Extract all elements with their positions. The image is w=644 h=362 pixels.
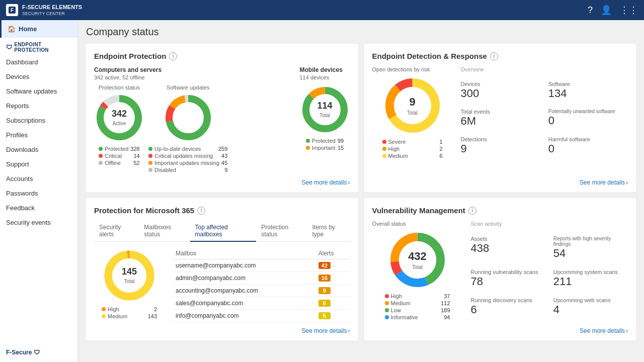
alert-badge: 6 — [318, 300, 331, 307]
protection-status-chart: Protection status — [94, 84, 144, 167]
sidebar-item-accounts[interactable]: Accounts — [0, 171, 77, 186]
sidebar-footer: F-Secure 🛡 — [0, 343, 77, 362]
m365-card-title: Protection for Microsoft 365 i — [94, 206, 350, 215]
sidebar-item-reports[interactable]: Reports — [0, 99, 77, 113]
sidebar-item-dashboard[interactable]: Dashboard — [0, 55, 77, 69]
page-title: Company status — [86, 26, 636, 38]
main-content: Company status Endpoint Protection i Com… — [78, 20, 644, 362]
mobile-legend: Protected99 Important15 — [306, 138, 344, 152]
m365-legend: High2 Medium143 — [102, 306, 157, 320]
vuln-donut: 432 Total — [387, 230, 448, 290]
mobile-donut: 114 Total — [300, 84, 350, 135]
table-row: accounting@companyabc.com 9 — [173, 285, 350, 297]
edr-card: Endpoint Detection & Response i Open det… — [364, 44, 636, 192]
ep-computers-col: Computers and servers 342 active, 52 off… — [94, 66, 292, 174]
sidebar-item-security-events[interactable]: Security events — [0, 215, 77, 230]
home-icon: 🏠 — [8, 25, 16, 33]
sidebar: 🏠 Home 🛡 ENDPOINT PROTECTION Dashboard D… — [0, 20, 78, 362]
vuln-discovery-scans-stat: Running discovery scans 6 — [471, 297, 545, 321]
sidebar-item-home[interactable]: 🏠 Home — [0, 20, 77, 38]
m365-donut-wrap: 145 Total High2 Medium143 — [94, 248, 165, 320]
alerts-cell: 16 — [315, 272, 350, 285]
edr-total-events-stat: Total events 6M — [461, 109, 540, 132]
alert-badge: 16 — [318, 275, 331, 282]
protection-legend: Protected328 Critical14 Offline52 — [99, 146, 139, 167]
edr-stats-grid: Overview Devices 300 Software 134 Total … — [461, 66, 628, 160]
vuln-info-icon[interactable]: i — [468, 207, 476, 215]
mailbox-cell: sales@companyabc.com — [173, 297, 315, 310]
vuln-high-severity-stat: Reports with high severity findings 54 — [553, 236, 628, 265]
m365-see-more[interactable]: See more details › — [301, 327, 350, 334]
sidebar-item-subscriptions[interactable]: Subscriptions — [0, 113, 77, 128]
tab-protection-status[interactable]: Protection status — [256, 221, 307, 242]
alerts-cell: 6 — [315, 297, 350, 310]
cards-grid: Endpoint Protection i Computers and serv… — [86, 44, 636, 340]
alert-badge: 42 — [318, 262, 331, 269]
vuln-stats-grid: Scan activity Assets 438 Reports with hi… — [471, 221, 628, 321]
apps-icon[interactable]: ⋮⋮ — [620, 5, 638, 16]
edr-chart-col: Open detections by risk — [372, 66, 453, 160]
mailbox-table: Mailbox Alerts username@companyabc.com 4… — [173, 248, 350, 322]
brand-logo: F F-SECURE ELEMENTS SECURITY CENTER — [6, 4, 82, 16]
m365-donut: 145 Total — [102, 248, 157, 303]
ep-see-more[interactable]: See more details › — [301, 179, 350, 186]
table-row: info@companyabc.com 5 — [173, 310, 350, 322]
alerts-cell: 9 — [315, 285, 350, 297]
edr-devices-stat: Devices 300 — [461, 81, 540, 105]
tab-items-by-type[interactable]: Items by type — [307, 221, 350, 242]
sidebar-item-feedback[interactable]: Feedback — [0, 201, 77, 215]
vuln-layout: Overall status — [372, 221, 628, 321]
sidebar-section-endpoint: 🛡 ENDPOINT PROTECTION — [0, 38, 77, 55]
sidebar-item-devices[interactable]: Devices — [0, 69, 77, 84]
vuln-upcoming-system-stat: Upcomming system scans 211 — [553, 269, 628, 293]
nav-icons: ? 👤 ⋮⋮ — [588, 5, 638, 16]
ep-mobile-col: Mobile devices 114 devices 114 — [300, 66, 350, 174]
tab-top-affected[interactable]: Top affected mailboxes — [190, 221, 257, 242]
user-icon[interactable]: 👤 — [601, 5, 612, 16]
sidebar-item-software-updates[interactable]: Software updates — [0, 84, 77, 99]
software-updates-chart: Software updates — [148, 84, 227, 174]
vuln-chart-col: Overall status — [372, 221, 463, 321]
shield-icon: 🛡 — [6, 44, 12, 51]
alerts-col-header: Alerts — [315, 248, 350, 259]
ep-info-icon[interactable]: i — [169, 52, 177, 60]
m365-layout: 145 Total High2 Medium143 — [94, 248, 350, 322]
table-row: sales@companyabc.com 6 — [173, 297, 350, 310]
edr-harmful-stat: Harmful software 0 — [548, 136, 628, 160]
ep-section: Computers and servers 342 active, 52 off… — [94, 66, 350, 174]
vuln-card-title: Vulnerability Management i — [372, 206, 628, 215]
help-icon[interactable]: ? — [588, 5, 593, 16]
sidebar-item-downloads[interactable]: Downloads — [0, 142, 77, 157]
top-navigation: F F-SECURE ELEMENTS SECURITY CENTER ? 👤 … — [0, 0, 644, 20]
ep-card-title: Endpoint Protection i — [94, 52, 350, 60]
edr-detections-stat: Detections 9 — [461, 136, 540, 160]
m365-info-icon[interactable]: i — [197, 207, 205, 215]
edr-see-more[interactable]: See more details › — [580, 179, 628, 186]
alert-badge: 5 — [318, 312, 331, 319]
vuln-donut-wrap: 432 Total High37 Medium112 Low189 Inform… — [372, 230, 463, 321]
table-row: admin@companyabc.com 16 — [173, 272, 350, 285]
fsecure-logo-icon: F — [6, 4, 18, 16]
edr-info-icon[interactable]: i — [490, 52, 498, 60]
vuln-running-scans-stat: Running vulnerability scans 78 — [471, 269, 545, 293]
vuln-web-scans-stat: Upcomming web scans 4 — [553, 297, 628, 321]
vuln-see-more[interactable]: See more details › — [580, 327, 628, 334]
sidebar-item-support[interactable]: Support — [0, 157, 77, 171]
mailbox-cell: info@companyabc.com — [173, 310, 315, 322]
endpoint-protection-card: Endpoint Protection i Computers and serv… — [86, 44, 358, 192]
edr-legend: Severe1 High2 Medium6 — [382, 139, 443, 160]
tab-mailboxes-status[interactable]: Mailboxes status — [139, 221, 190, 242]
edr-pus-stat: Potentially unwanted software 0 — [548, 109, 628, 132]
mailbox-cell: accounting@companyabc.com — [173, 285, 315, 297]
edr-card-title: Endpoint Detection & Response i — [372, 52, 628, 60]
svg-text:F: F — [11, 8, 14, 13]
sidebar-item-passwords[interactable]: Passwords — [0, 186, 77, 201]
fsecure-footer-logo: F-Secure 🛡 — [6, 349, 40, 356]
tab-security-alerts[interactable]: Security alerts — [94, 221, 139, 242]
sidebar-item-profiles[interactable]: Profiles — [0, 128, 77, 142]
mailbox-col-header: Mailbox — [173, 248, 315, 259]
edr-donut-wrap: 9 Total Severe1 High2 Medium6 — [372, 75, 453, 160]
brand-text: F-SECURE ELEMENTS SECURITY CENTER — [22, 4, 82, 16]
alert-badge: 9 — [318, 287, 331, 294]
edr-layout: Open detections by risk — [372, 66, 628, 160]
